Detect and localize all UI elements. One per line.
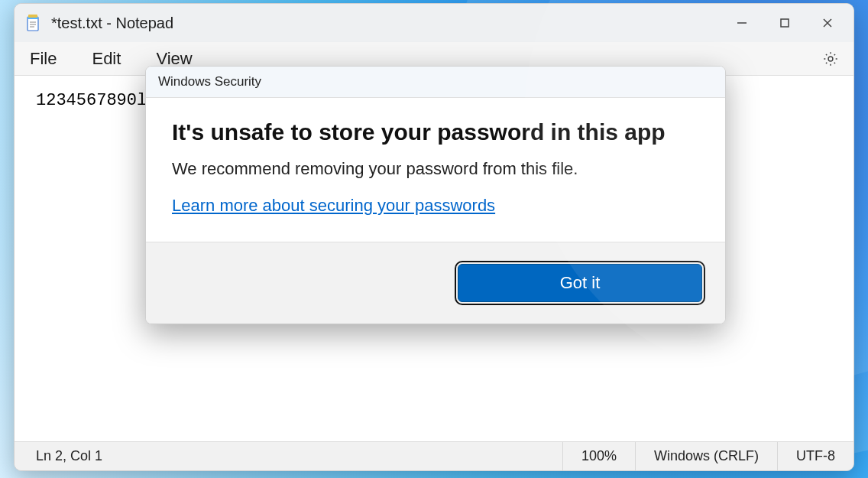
svg-rect-5	[28, 15, 37, 18]
dialog-learn-more-link[interactable]: Learn more about securing your passwords	[172, 196, 495, 215]
status-zoom[interactable]: 100%	[562, 442, 635, 470]
dialog-confirm-button[interactable]: Got it	[458, 264, 702, 302]
close-button[interactable]	[806, 7, 849, 39]
minimize-button[interactable]	[721, 7, 763, 39]
window-title: *test.txt - Notepad	[51, 15, 173, 32]
dialog-title: Windows Security	[146, 67, 725, 98]
status-spacer	[121, 442, 562, 470]
status-line-ending: Windows (CRLF)	[635, 442, 777, 470]
desktop-background: *test.txt - Notepad File Edit View	[0, 0, 868, 478]
status-cursor-position: Ln 2, Col 1	[15, 442, 121, 470]
svg-line-8	[824, 19, 831, 27]
status-encoding: UTF-8	[777, 442, 853, 470]
titlebar[interactable]: *test.txt - Notepad	[15, 4, 853, 42]
menu-file[interactable]: File	[24, 46, 63, 72]
dialog-body: It's unsafe to store your password in th…	[146, 98, 725, 242]
dialog-heading: It's unsafe to store your password in th…	[172, 119, 699, 145]
menu-edit[interactable]: Edit	[86, 46, 127, 72]
dialog-footer: Got it	[146, 242, 725, 324]
security-dialog: Windows Security It's unsafe to store yo…	[145, 66, 726, 324]
svg-rect-7	[781, 19, 789, 27]
window-controls	[721, 7, 849, 39]
statusbar: Ln 2, Col 1 100% Windows (CRLF) UTF-8	[15, 441, 853, 470]
svg-line-9	[824, 19, 831, 27]
svg-point-10	[828, 57, 833, 61]
settings-button[interactable]	[817, 45, 844, 73]
notepad-icon	[25, 14, 40, 32]
dialog-text: We recommend removing your password from…	[172, 159, 699, 179]
maximize-button[interactable]	[763, 7, 806, 39]
